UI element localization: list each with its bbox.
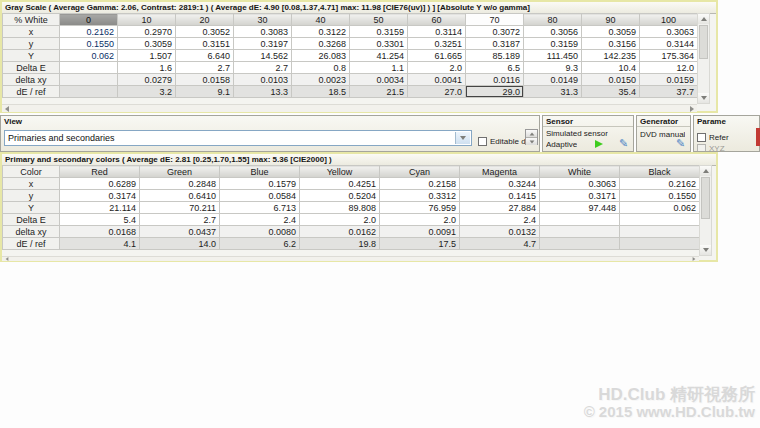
primary-cell-deltae-cyan[interactable]: 2.0 — [380, 214, 460, 226]
scroll-down-icon[interactable] — [700, 245, 711, 255]
scroll-up-icon[interactable] — [700, 166, 711, 176]
grayscale-cell-y-100[interactable]: 0.3144 — [640, 38, 698, 50]
grayscale-cell-y-20[interactable]: 0.3151 — [176, 38, 234, 50]
grayscale-column-header-0[interactable]: 0 — [60, 14, 118, 26]
primary-cell-y-yellow[interactable]: 89.808 — [300, 202, 380, 214]
grayscale-cell-deltaxy-50[interactable]: 0.0034 — [350, 74, 408, 86]
primary-column-header-blue[interactable]: Blue — [220, 166, 300, 178]
primary-column-header-cyan[interactable]: Cyan — [380, 166, 460, 178]
primary-vertical-scrollbar[interactable] — [699, 165, 712, 256]
grayscale-cell-deltae-60[interactable]: 2.0 — [408, 62, 466, 74]
grayscale-cell-deltae-20[interactable]: 2.7 — [176, 62, 234, 74]
grayscale-cell-deref-10[interactable]: 3.2 — [118, 86, 176, 98]
grayscale-cell-deref-80[interactable]: 31.3 — [524, 86, 582, 98]
grayscale-cell-y-50[interactable]: 41.254 — [350, 50, 408, 62]
grayscale-cell-y-20[interactable]: 6.640 — [176, 50, 234, 62]
primary-cell-y-magenta[interactable]: 27.884 — [460, 202, 540, 214]
primary-cell-deref-magenta[interactable]: 4.7 — [460, 238, 540, 250]
grayscale-cell-deref-50[interactable]: 21.5 — [350, 86, 408, 98]
primary-horizontal-scrollbar[interactable] — [2, 256, 699, 261]
grayscale-cell-deref-90[interactable]: 35.4 — [582, 86, 640, 98]
primary-cell-x-white[interactable]: 0.3063 — [540, 178, 620, 190]
grayscale-cell-y-0[interactable]: 0.062 — [60, 50, 118, 62]
grayscale-cell-deref-0[interactable] — [60, 86, 118, 98]
editable-data-checkbox[interactable] — [478, 137, 487, 146]
grayscale-cell-x-90[interactable]: 0.3059 — [582, 26, 640, 38]
grayscale-cell-deltae-80[interactable]: 9.3 — [524, 62, 582, 74]
primary-cell-x-green[interactable]: 0.2848 — [140, 178, 220, 190]
primary-cell-x-black[interactable]: 0.2162 — [620, 178, 700, 190]
grayscale-cell-x-40[interactable]: 0.3122 — [292, 26, 350, 38]
primary-cell-deltae-yellow[interactable]: 2.0 — [300, 214, 380, 226]
primary-cell-deltae-magenta[interactable]: 2.4 — [460, 214, 540, 226]
grayscale-cell-y-60[interactable]: 0.3251 — [408, 38, 466, 50]
grayscale-cell-y-80[interactable]: 111.450 — [524, 50, 582, 62]
grayscale-column-header-80[interactable]: 80 — [524, 14, 582, 26]
primary-cell-deltaxy-cyan[interactable]: 0.0091 — [380, 226, 460, 238]
grayscale-cell-deltae-70[interactable]: 6.5 — [466, 62, 524, 74]
grayscale-cell-deref-40[interactable]: 18.5 — [292, 86, 350, 98]
scroll-left-icon[interactable] — [3, 105, 11, 112]
grayscale-cell-y-100[interactable]: 175.364 — [640, 50, 698, 62]
primary-cell-y-white[interactable]: 0.3171 — [540, 190, 620, 202]
primary-vscroll-thumb[interactable] — [701, 177, 710, 219]
grayscale-cell-y-30[interactable]: 0.3197 — [234, 38, 292, 50]
grayscale-cell-x-30[interactable]: 0.3083 — [234, 26, 292, 38]
grayscale-cell-deltaxy-10[interactable]: 0.0279 — [118, 74, 176, 86]
primary-cell-deref-white[interactable] — [540, 238, 620, 250]
primary-cell-y-blue[interactable]: 6.713 — [220, 202, 300, 214]
grayscale-cell-y-30[interactable]: 14.562 — [234, 50, 292, 62]
primary-cell-deltae-blue[interactable]: 2.4 — [220, 214, 300, 226]
primary-cell-deref-green[interactable]: 14.0 — [140, 238, 220, 250]
primary-cell-y-cyan[interactable]: 76.959 — [380, 202, 460, 214]
grayscale-cell-y-0[interactable]: 0.1550 — [60, 38, 118, 50]
primary-cell-x-cyan[interactable]: 0.2158 — [380, 178, 460, 190]
grayscale-cell-x-60[interactable]: 0.3114 — [408, 26, 466, 38]
grayscale-cell-deref-100[interactable]: 37.7 — [640, 86, 698, 98]
xyz-checkbox[interactable] — [697, 144, 706, 152]
primary-cell-y-red[interactable]: 0.3174 — [60, 190, 140, 202]
grayscale-cell-y-60[interactable]: 61.665 — [408, 50, 466, 62]
primary-cell-x-red[interactable]: 0.6289 — [60, 178, 140, 190]
generator-config-icon[interactable]: ✎ — [676, 137, 687, 149]
grayscale-column-header-10[interactable]: 10 — [118, 14, 176, 26]
grayscale-cell-deltae-30[interactable]: 2.7 — [234, 62, 292, 74]
primary-cell-deltaxy-white[interactable] — [540, 226, 620, 238]
chevron-down-icon[interactable] — [455, 132, 470, 144]
spinner-up-icon[interactable] — [526, 130, 537, 137]
grayscale-cell-y-10[interactable]: 1.507 — [118, 50, 176, 62]
view-dropdown[interactable]: Primaries and secondaries — [4, 130, 472, 146]
grayscale-cell-y-50[interactable]: 0.3301 — [350, 38, 408, 50]
grayscale-cell-deltaxy-40[interactable]: 0.0023 — [292, 74, 350, 86]
grayscale-cell-deltaxy-0[interactable] — [60, 74, 118, 86]
grayscale-cell-x-50[interactable]: 0.3159 — [350, 26, 408, 38]
spinner-down-icon[interactable] — [526, 137, 537, 145]
primary-cell-deltae-white[interactable] — [540, 214, 620, 226]
scroll-right-icon[interactable] — [688, 105, 696, 112]
grayscale-cell-deltae-50[interactable]: 1.1 — [350, 62, 408, 74]
grayscale-cell-y-80[interactable]: 0.3159 — [524, 38, 582, 50]
grayscale-cell-deltaxy-70[interactable]: 0.0116 — [466, 74, 524, 86]
grayscale-cell-y-10[interactable]: 0.3059 — [118, 38, 176, 50]
primary-cell-deltaxy-blue[interactable]: 0.0080 — [220, 226, 300, 238]
grayscale-cell-deltaxy-60[interactable]: 0.0041 — [408, 74, 466, 86]
grayscale-cell-x-70[interactable]: 0.3072 — [466, 26, 524, 38]
scroll-right-icon[interactable] — [690, 257, 698, 261]
primary-cell-y-blue[interactable]: 0.0584 — [220, 190, 300, 202]
grayscale-column-header-70[interactable]: 70 — [466, 14, 524, 26]
primary-cell-y-magenta[interactable]: 0.1415 — [460, 190, 540, 202]
primary-column-header-magenta[interactable]: Magenta — [460, 166, 540, 178]
primary-column-header-yellow[interactable]: Yellow — [300, 166, 380, 178]
grayscale-cell-deltae-100[interactable]: 12.0 — [640, 62, 698, 74]
grayscale-cell-deref-30[interactable]: 13.3 — [234, 86, 292, 98]
grayscale-cell-x-0[interactable]: 0.2162 — [60, 26, 118, 38]
scroll-left-icon[interactable] — [3, 257, 11, 261]
grayscale-cell-y-40[interactable]: 26.083 — [292, 50, 350, 62]
grayscale-cell-deltaxy-80[interactable]: 0.0149 — [524, 74, 582, 86]
primary-cell-deltaxy-yellow[interactable]: 0.0162 — [300, 226, 380, 238]
primary-column-header-green[interactable]: Green — [140, 166, 220, 178]
sensor-config-icon[interactable]: ✎ — [619, 137, 630, 149]
primary-cell-deltae-red[interactable]: 5.4 — [60, 214, 140, 226]
primary-column-header-black[interactable]: Black — [620, 166, 700, 178]
primary-cell-y-black[interactable]: 0.062 — [620, 202, 700, 214]
